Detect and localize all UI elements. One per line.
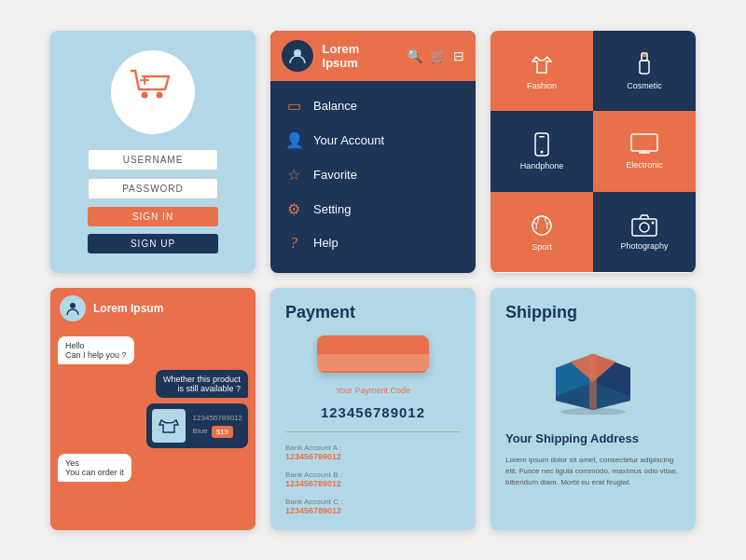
category-electronic[interactable]: Electronic bbox=[593, 111, 696, 192]
cart-circle bbox=[111, 50, 195, 134]
category-fashion[interactable]: Fashion bbox=[490, 31, 593, 112]
payment-card-visual bbox=[317, 335, 429, 373]
password-display[interactable]: PASSWORD bbox=[88, 178, 218, 199]
category-sport[interactable]: Sport bbox=[490, 192, 593, 273]
chat-card: Lorem Ipsum HelloCan I help you ? Whethe… bbox=[50, 288, 256, 530]
cart-icon bbox=[130, 67, 176, 116]
menu-header: Lorem Ipsum 🔍 🛒 ⊟ bbox=[270, 31, 476, 81]
chat-product-color-label: Blue bbox=[193, 427, 208, 435]
menu-items-list: ▭ Balance 👤 Your Account ☆ Favorite ⚙ Se… bbox=[270, 81, 476, 267]
card-stripe bbox=[317, 354, 429, 371]
svg-point-10 bbox=[532, 216, 551, 235]
payment-code: 123456789012 bbox=[285, 404, 461, 420]
menu-label-favorite: Favorite bbox=[313, 168, 357, 182]
main-grid: USERNAME PASSWORD SIGN IN SIGN UP Lorem … bbox=[32, 12, 714, 549]
category-electronic-label: Electronic bbox=[626, 160, 663, 170]
payment-account-b-label: Bank Account B : bbox=[285, 471, 461, 479]
chat-body: HelloCan I help you ? Whether this produ… bbox=[50, 329, 256, 530]
category-photography[interactable]: Photography bbox=[593, 192, 696, 273]
shipping-title: Shipping bbox=[505, 303, 681, 322]
login-card: USERNAME PASSWORD SIGN IN SIGN UP bbox=[50, 31, 256, 273]
svg-rect-5 bbox=[642, 54, 646, 57]
payment-code-label: Your Payment Code bbox=[285, 386, 461, 395]
chat-product-price: $19 bbox=[212, 426, 233, 438]
shipping-card: Shipping Your Shipping Address Lorem ips… bbox=[490, 288, 696, 530]
payment-card: Payment Your Payment Code 123456789012 B… bbox=[270, 288, 476, 530]
menu-item-account[interactable]: 👤 Your Account bbox=[270, 123, 476, 157]
menu-more-icon[interactable]: ⊟ bbox=[453, 48, 464, 63]
username-display[interactable]: USERNAME bbox=[88, 149, 218, 171]
menu-label-balance: Balance bbox=[313, 99, 357, 113]
payment-account-c-label: Bank Account C : bbox=[285, 498, 461, 506]
shipping-address-text: Lorem ipsum dolor sit amet, consectetur … bbox=[505, 455, 681, 488]
chat-msg-2: Whether this productis still available ? bbox=[156, 370, 248, 398]
category-sport-label: Sport bbox=[532, 242, 552, 252]
menu-label-account: Your Account bbox=[313, 133, 384, 147]
menu-item-help[interactable]: ? Help bbox=[270, 226, 476, 260]
svg-rect-4 bbox=[640, 61, 649, 74]
menu-item-balance[interactable]: ▭ Balance bbox=[270, 89, 476, 123]
signin-button[interactable]: SIGN IN bbox=[88, 207, 218, 226]
menu-header-icons: 🔍 🛒 ⊟ bbox=[407, 48, 464, 63]
chat-avatar bbox=[60, 295, 86, 321]
svg-rect-9 bbox=[631, 134, 657, 151]
svg-point-1 bbox=[157, 92, 163, 99]
payment-account-b-number: 123456789012 bbox=[285, 479, 461, 488]
payment-account-b: Bank Account B : 123456789012 bbox=[285, 471, 461, 488]
shipping-box-visual bbox=[542, 335, 644, 418]
menu-card: Lorem Ipsum 🔍 🛒 ⊟ ▭ Balance 👤 Your Accou… bbox=[270, 31, 476, 273]
signup-button[interactable]: SIGN UP bbox=[88, 234, 218, 253]
category-handphone-label: Handphone bbox=[520, 161, 564, 171]
category-photography-label: Photography bbox=[620, 241, 668, 251]
menu-item-setting[interactable]: ⚙ Setting bbox=[270, 192, 476, 226]
cart-header-icon[interactable]: 🛒 bbox=[430, 48, 446, 63]
favorite-icon: ☆ bbox=[285, 166, 302, 184]
svg-point-14 bbox=[70, 303, 76, 308]
payment-account-c-number: 123456789012 bbox=[285, 506, 461, 515]
chat-msg-3: YesYou can order it bbox=[58, 454, 131, 482]
payment-account-c: Bank Account C : 123456789012 bbox=[285, 498, 461, 515]
payment-account-a: Bank Account A : 123456789012 bbox=[285, 444, 461, 461]
menu-label-setting: Setting bbox=[313, 202, 351, 216]
payment-divider bbox=[285, 431, 461, 432]
svg-rect-8 bbox=[539, 136, 545, 138]
shipping-address-title: Your Shipping Address bbox=[505, 431, 681, 445]
menu-item-favorite[interactable]: ☆ Favorite bbox=[270, 157, 476, 192]
chat-username: Lorem Ipsum bbox=[93, 302, 163, 315]
svg-point-7 bbox=[541, 151, 544, 154]
payment-account-a-number: 123456789012 bbox=[285, 452, 461, 461]
svg-point-15 bbox=[560, 408, 626, 415]
svg-point-0 bbox=[142, 92, 148, 99]
menu-label-help: Help bbox=[313, 236, 338, 250]
svg-point-12 bbox=[640, 223, 649, 232]
chat-msg-1: HelloCan I help you ? bbox=[58, 336, 134, 364]
help-icon: ? bbox=[285, 235, 302, 252]
category-cosmetic[interactable]: Cosmetic bbox=[593, 31, 696, 112]
payment-title: Payment bbox=[285, 303, 461, 322]
setting-icon: ⚙ bbox=[285, 200, 302, 218]
chat-product-image bbox=[152, 409, 186, 443]
balance-icon: ▭ bbox=[285, 97, 302, 115]
categories-card: Fashion Cosmetic Handphone Electronic bbox=[490, 31, 696, 273]
category-handphone[interactable]: Handphone bbox=[490, 111, 593, 192]
category-cosmetic-label: Cosmetic bbox=[627, 81, 662, 90]
chat-product-code: 123456789012 bbox=[193, 414, 242, 422]
chat-header: Lorem Ipsum bbox=[50, 288, 256, 329]
payment-account-a-label: Bank Account A : bbox=[285, 444, 461, 452]
menu-username: Lorem Ipsum bbox=[323, 42, 397, 70]
menu-avatar bbox=[282, 40, 313, 72]
svg-point-13 bbox=[652, 222, 655, 225]
account-icon: 👤 bbox=[285, 131, 302, 149]
search-icon[interactable]: 🔍 bbox=[407, 48, 422, 63]
chat-product-bubble: 123456789012 Blue $19 bbox=[146, 403, 248, 448]
category-fashion-label: Fashion bbox=[527, 81, 557, 90]
